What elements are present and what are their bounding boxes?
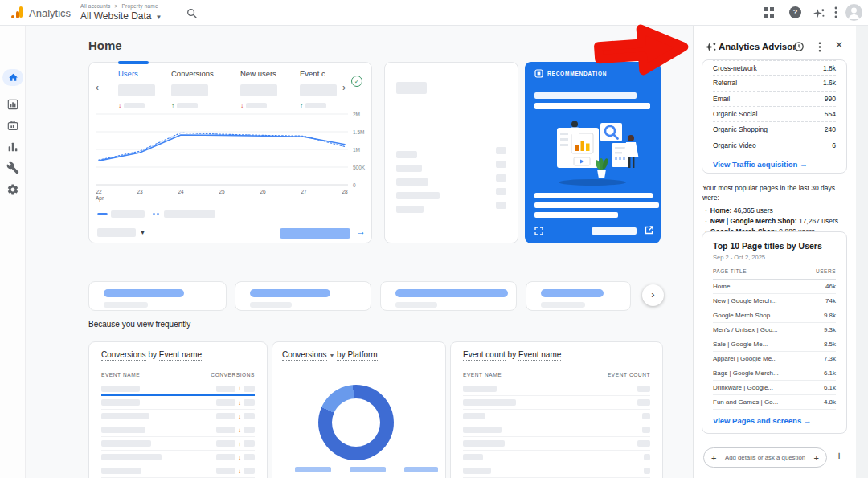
table-row: ↓: [101, 410, 255, 423]
plus-icon[interactable]: +: [814, 453, 819, 463]
breadcrumb[interactable]: All accounts > Property name: [80, 3, 161, 9]
metric-value-placeholder: [118, 84, 155, 96]
metrics-next-icon[interactable]: ›: [342, 82, 346, 93]
trend-down-icon: ↓: [238, 454, 241, 461]
page-title-cell: Sale | Google Me...: [713, 341, 768, 348]
view-report-button[interactable]: [280, 228, 350, 239]
popular-intro: Your most popular pages in the last 30 d…: [702, 183, 850, 202]
table-row: ↓: [101, 451, 255, 464]
metric-label: New users: [240, 69, 295, 78]
donut-legend-item: [404, 467, 438, 472]
sidebar-item-admin[interactable]: [6, 183, 19, 196]
suggestions-next-button[interactable]: ›: [642, 284, 664, 306]
table-header: EVENT NAMEEVENT COUNT: [463, 372, 650, 378]
channel-value: 1.8k: [823, 64, 836, 72]
svg-text:28: 28: [342, 189, 348, 194]
page-users-cell: 9.3k: [824, 326, 836, 333]
avatar[interactable]: [845, 4, 862, 21]
chevron-down-icon: ▼: [140, 230, 145, 235]
metric-dropdown[interactable]: Conversions: [282, 350, 327, 361]
page-users-cell: 8.5k: [824, 341, 836, 348]
page-users-cell: 7.3k: [824, 355, 836, 362]
channel-value: 990: [825, 95, 836, 103]
more-vertical-icon[interactable]: [834, 6, 837, 18]
conversions-table-rows: ↓↓↓↓↑↓↓: [101, 382, 255, 478]
trend-down-icon: ↓: [238, 468, 241, 475]
traffic-row: Cross-network1.8k: [713, 60, 836, 76]
suggestion-card[interactable]: [235, 281, 371, 311]
channel-value: 1.6k: [823, 79, 836, 87]
metric-tab-event-c[interactable]: Event c↑: [300, 67, 346, 109]
svg-text:1.5M: 1.5M: [353, 129, 364, 135]
metric-label: Event c: [300, 69, 346, 78]
more-vertical-icon[interactable]: [818, 42, 821, 52]
svg-text:500K: 500K: [353, 165, 366, 170]
trend-down-icon: ↓: [238, 385, 241, 392]
metric-tab-conversions[interactable]: Conversions↑: [171, 67, 226, 109]
channel-label: Email: [713, 95, 730, 103]
history-icon[interactable]: [793, 41, 805, 52]
table-row: [463, 423, 650, 437]
sidebar-item-explore[interactable]: [6, 119, 19, 132]
new-chat-plus-button[interactable]: +: [836, 449, 842, 462]
view-pages-screens-link[interactable]: View Pages and screens →: [713, 416, 811, 425]
arrow-right-icon: →: [800, 160, 808, 169]
suggestion-card[interactable]: [526, 281, 631, 311]
sidebar-item-advertising[interactable]: [6, 141, 19, 153]
date-range-selector[interactable]: ▼: [97, 228, 145, 237]
table-row: ↑: [101, 437, 255, 451]
channel-label: Organic Video: [713, 141, 756, 149]
data-quality-check-icon[interactable]: ✓: [351, 76, 362, 87]
metric-tab-new-users[interactable]: New users↓: [240, 67, 295, 109]
metrics-prev-icon[interactable]: ‹: [96, 82, 99, 93]
page-title-row: Fun and Games | Go...4.8k: [713, 395, 836, 410]
recommendation-illustration: [542, 116, 643, 189]
property-selector[interactable]: All Website Data▼: [80, 10, 162, 22]
metric-tab-users[interactable]: Users↓: [118, 67, 173, 109]
page-users-cell: 74k: [825, 297, 836, 304]
view-traffic-acquisition-link[interactable]: View Traffic acquisition →: [713, 160, 808, 169]
traffic-row: Referral1.6k: [713, 76, 836, 91]
sidebar-item-library[interactable]: [6, 161, 19, 174]
apps-grid-icon[interactable]: [764, 7, 774, 18]
recommendation-card[interactable]: RECOMMENDATION: [525, 62, 661, 243]
sidebar: [0, 26, 26, 478]
arrow-right-icon[interactable]: →: [356, 226, 366, 237]
table-row: [463, 451, 650, 464]
channel-label: Referral: [713, 79, 737, 87]
help-icon[interactable]: ?: [789, 6, 801, 18]
arrow-right-icon: →: [804, 416, 812, 425]
sidebar-item-home[interactable]: [2, 69, 23, 86]
trend-down-icon: ↓: [238, 427, 241, 434]
suggestion-card[interactable]: [380, 281, 517, 311]
pages-card-title: Top 10 Page titles by Users: [713, 241, 836, 251]
page-title-row: Men's / Unisex | Goo...9.3k: [713, 323, 836, 337]
table-header: EVENT NAMECONVERSIONS: [101, 372, 255, 378]
breadcrumb-account[interactable]: All accounts: [80, 3, 110, 9]
sidebar-item-reports[interactable]: [6, 98, 19, 111]
conversions-by-event-card: Conversions by Event name EVENT NAMECONV…: [88, 341, 268, 478]
advisor-question-input[interactable]: + Add details or ask a question +: [703, 447, 827, 468]
search-icon[interactable]: [186, 8, 197, 18]
title-term: Event name: [518, 350, 561, 361]
table-row: [463, 396, 650, 410]
page-title-row: Sale | Google Me...8.5k: [713, 337, 836, 352]
page-title: Home: [88, 39, 122, 52]
page-title-cell: Men's / Unisex | Goo...: [713, 326, 778, 333]
analytics-logo-icon[interactable]: [10, 6, 25, 20]
expand-icon[interactable]: [534, 227, 543, 235]
pages-table-header: PAGE TITLEUSERS: [713, 268, 836, 280]
channel-value: 240: [825, 125, 836, 133]
advisor-sparkle-icon[interactable]: [813, 7, 825, 18]
breadcrumb-property[interactable]: Property name: [121, 3, 158, 9]
page-title-row: Apparel | Google Me..7.3k: [713, 352, 836, 366]
svg-text:26: 26: [260, 189, 266, 194]
selected-tab-indicator: [118, 61, 149, 64]
title-term: Event name: [159, 350, 202, 361]
close-icon[interactable]: ✕: [835, 39, 843, 51]
suggestion-card[interactable]: [88, 281, 227, 311]
page-title-row: Bags | Google Merch...6.1k: [713, 366, 836, 381]
page-title-cell: Fun and Games | Go...: [713, 398, 778, 406]
page-users-cell: 6.1k: [824, 370, 836, 377]
open-in-new-icon[interactable]: [645, 226, 653, 235]
